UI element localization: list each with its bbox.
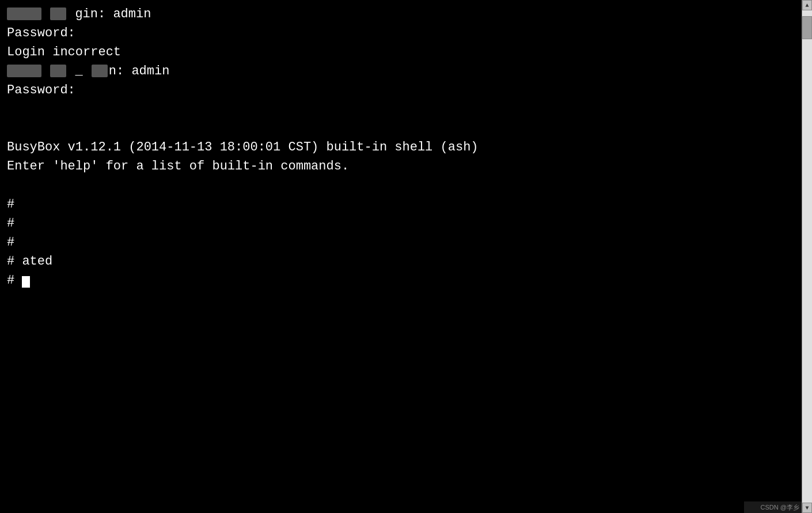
terminal-line-11: # <box>7 195 795 214</box>
terminal-line-10 <box>7 176 795 195</box>
scrollbar-thumb[interactable] <box>802 16 812 39</box>
terminal-line-3: Login incorrect <box>7 43 795 62</box>
bottom-status-bar: CSDN @李乡 <box>744 501 802 513</box>
scrollbar-up-arrow[interactable]: ▲ <box>802 0 812 10</box>
terminal-line-12: # <box>7 214 795 233</box>
terminal-line-15: # <box>7 271 795 290</box>
terminal-line-8: BusyBox v1.12.1 (2014-11-13 18:00:01 CST… <box>7 138 795 157</box>
terminal-line-14: # ated <box>7 252 795 271</box>
scrollbar-track[interactable] <box>802 10 812 503</box>
terminal-line-13: # <box>7 233 795 252</box>
bottom-bar-text: CSDN @李乡 <box>761 503 799 512</box>
redacted-block-1 <box>7 7 41 20</box>
terminal-line-1: gin: admin <box>7 5 795 24</box>
redacted-block-3 <box>7 65 41 77</box>
terminal-line-9: Enter 'help' for a list of built-in comm… <box>7 157 795 176</box>
scrollbar[interactable]: ▲ ▼ <box>802 0 812 513</box>
redacted-block-5 <box>92 65 108 77</box>
terminal-line-7 <box>7 119 795 138</box>
terminal-wrapper: gin: admin Password: Login incorrect _ n… <box>0 0 812 513</box>
redacted-block-4 <box>50 65 66 77</box>
terminal-cursor <box>22 276 30 288</box>
terminal-line-4: _ n: admin <box>7 62 795 81</box>
terminal-line-6 <box>7 100 795 119</box>
terminal-line-5: Password: <box>7 81 795 100</box>
terminal-content[interactable]: gin: admin Password: Login incorrect _ n… <box>0 0 802 513</box>
redacted-block-2 <box>50 7 66 20</box>
scrollbar-down-arrow[interactable]: ▼ <box>802 503 812 513</box>
terminal-line-2: Password: <box>7 24 795 43</box>
